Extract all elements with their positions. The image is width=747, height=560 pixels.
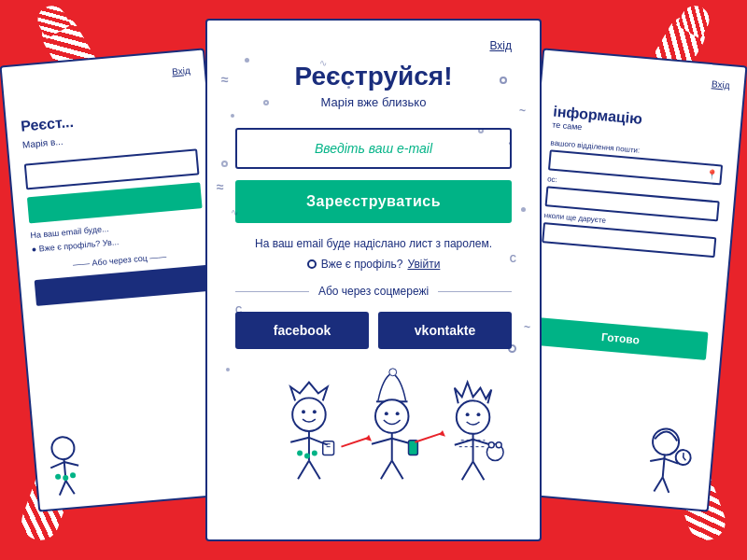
bg-right-character	[624, 420, 705, 505]
main-card: ≈ ~ ≈ ~ C C ∿ ∿ Вхід Реєструйся! Марія в…	[205, 19, 542, 541]
bg-left-character	[42, 419, 133, 505]
svg-line-52	[473, 461, 485, 480]
svg-point-6	[55, 473, 62, 480]
svg-point-57	[496, 442, 501, 448]
divider-line-left	[235, 291, 309, 292]
svg-point-20	[313, 410, 317, 413]
svg-point-8	[70, 472, 77, 479]
svg-point-28	[312, 451, 317, 456]
facebook-button[interactable]: facebook	[235, 312, 369, 349]
svg-line-13	[654, 477, 662, 493]
divider-text: Або через соцмережі	[318, 285, 429, 298]
svg-line-14	[661, 477, 669, 493]
dot-icon	[307, 259, 317, 269]
bg-right-done-btn: Готово	[533, 317, 709, 360]
svg-point-56	[488, 442, 494, 448]
svg-point-27	[304, 454, 310, 459]
svg-point-47	[477, 413, 481, 416]
svg-line-5	[66, 480, 75, 495]
svg-point-19	[302, 410, 305, 413]
email-input[interactable]	[235, 128, 512, 169]
svg-point-18	[292, 398, 326, 431]
svg-point-34	[389, 369, 397, 376]
svg-line-2	[50, 462, 64, 468]
profile-question-text: Вже є профіль?	[321, 258, 403, 271]
svg-line-42	[392, 460, 403, 479]
register-button[interactable]: Зареєструватись	[235, 180, 512, 223]
bg-left-login-link: Вхід	[17, 65, 190, 91]
social-buttons-container: facebook vkontakte	[235, 312, 512, 349]
svg-point-36	[385, 412, 388, 415]
email-input-wrapper	[235, 128, 512, 169]
svg-point-0	[50, 436, 75, 460]
svg-line-3	[64, 461, 78, 467]
svg-point-45	[457, 400, 490, 434]
svg-line-51	[462, 461, 473, 480]
page-subtitle: Марія вже близько	[321, 95, 427, 109]
svg-line-39	[372, 439, 392, 444]
svg-point-46	[466, 413, 470, 416]
vkontakte-button[interactable]: vkontakte	[378, 312, 512, 349]
profile-row: Вже є профіль? Увійти	[307, 258, 441, 271]
info-text: На ваш email буде надіслано лист з парол…	[255, 237, 492, 250]
svg-point-35	[375, 399, 409, 433]
svg-point-26	[297, 451, 303, 456]
characters-svg	[235, 363, 512, 484]
bg-right-fields: вашого відділення пошти: 📍 ос: нколи ще …	[542, 138, 724, 258]
svg-point-7	[63, 475, 69, 482]
signin-link[interactable]: Увійти	[407, 258, 440, 271]
svg-line-22	[290, 438, 309, 442]
svg-line-17	[683, 457, 685, 460]
page-title: Реєструйся!	[294, 62, 452, 91]
svg-line-4	[59, 481, 67, 496]
svg-point-37	[396, 412, 400, 415]
social-divider: Або через соцмережі	[235, 285, 512, 298]
svg-line-11	[650, 457, 664, 462]
divider-line-right	[438, 291, 512, 292]
bg-left-facebook-btn	[35, 265, 210, 306]
card-header: Вхід	[235, 39, 512, 52]
svg-line-41	[381, 460, 392, 479]
svg-line-25	[309, 460, 320, 479]
bg-right-login-link: Вхід	[557, 65, 730, 91]
svg-line-24	[298, 460, 309, 479]
login-link[interactable]: Вхід	[489, 39, 512, 52]
illustration-area	[235, 363, 512, 484]
